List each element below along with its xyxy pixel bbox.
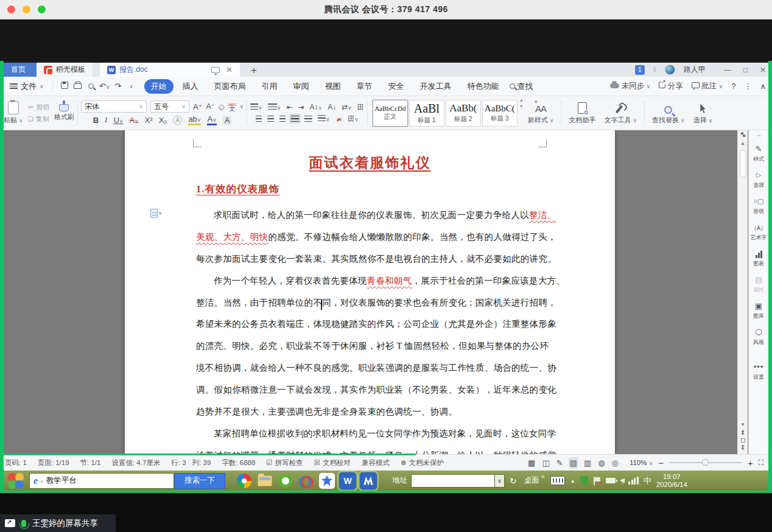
select-browse-object-icon[interactable] bbox=[738, 436, 748, 444]
char-shading-button[interactable]: A bbox=[223, 116, 232, 125]
scroll-up-icon[interactable]: ▲ bbox=[738, 139, 748, 147]
sort-button[interactable]: A↓ bbox=[328, 103, 336, 111]
sidebar-item-chart[interactable]: 图表 bbox=[753, 250, 765, 268]
increase-indent-button[interactable]: ⇥ bbox=[298, 103, 304, 111]
previous-page-icon[interactable]: ▲▲ bbox=[738, 429, 748, 436]
cut-button[interactable]: ✂ 剪切 bbox=[28, 103, 49, 112]
clear-format-button[interactable]: ◇ bbox=[219, 102, 225, 111]
spell-check-button[interactable]: ☑拼写检查 bbox=[266, 458, 303, 467]
keyboard-icon[interactable] bbox=[550, 476, 565, 485]
screen-share-toast[interactable]: 王雯婷的屏幕共享 bbox=[0, 514, 116, 532]
taskbar-search-input[interactable]: e ▴ 教学平台 bbox=[29, 473, 174, 489]
file-menu[interactable]: 文件 ∨ bbox=[6, 81, 47, 92]
align-center-button[interactable] bbox=[267, 116, 274, 122]
web-layout-icon[interactable]: ◍ bbox=[598, 458, 605, 467]
paste-options-button[interactable]: ▾ bbox=[150, 208, 166, 218]
show-marks-button[interactable]: ⇄∨ bbox=[342, 103, 352, 111]
highlight-button[interactable]: ab∨ bbox=[188, 114, 201, 125]
sidebar-item-wordart[interactable]: 🄐 艺术字 bbox=[749, 223, 768, 242]
underline-button[interactable]: U∨ bbox=[113, 116, 123, 125]
wps-taskbar-icon[interactable]: W bbox=[339, 472, 356, 489]
browser-360-icon[interactable] bbox=[236, 472, 253, 489]
decrease-indent-button[interactable]: ⇤ bbox=[286, 103, 292, 111]
menu-item[interactable]: 安全 bbox=[382, 79, 411, 94]
meeting-taskbar-icon[interactable] bbox=[360, 472, 377, 489]
menu-item[interactable]: 页面布局 bbox=[208, 79, 253, 94]
protection-status[interactable]: ⊗文档未保护 bbox=[401, 458, 444, 467]
sidebar-item-shapes[interactable]: ○▢ 形状 bbox=[753, 197, 765, 215]
volume-icon[interactable]: ) bbox=[620, 478, 623, 484]
justify-button[interactable] bbox=[291, 116, 299, 122]
sidebar-item-settings[interactable]: ••• 设置 bbox=[753, 363, 765, 381]
zoom-out-button[interactable]: − bbox=[658, 458, 664, 468]
menu-item[interactable]: 审阅 bbox=[287, 79, 316, 94]
document-page[interactable]: 面试衣着服饰礼仪 1.有效的仪表服饰 ▾ 求职面试时，给人的第一印象往往是你的仪… bbox=[125, 130, 615, 454]
text-direction-button[interactable]: A↕∨ bbox=[310, 103, 323, 111]
print-layout-icon[interactable]: ▤ bbox=[570, 458, 577, 467]
insert-table-icon[interactable]: 田 bbox=[357, 103, 364, 112]
start-logo-icon[interactable] bbox=[7, 472, 24, 489]
sidebar-item-select[interactable]: ▷ 选择 bbox=[753, 171, 765, 189]
hidden-icons-arrow[interactable]: ▲ bbox=[570, 478, 575, 484]
pinyin-guide-button[interactable]: wén 文 bbox=[228, 102, 236, 111]
refresh-icon[interactable]: ↻ bbox=[510, 476, 517, 486]
cast-icon[interactable] bbox=[211, 67, 220, 73]
numbered-list-button[interactable]: ∨ bbox=[268, 103, 281, 111]
action-center-flag-icon[interactable]: ✕ bbox=[593, 477, 601, 485]
strikethrough-button[interactable]: A∨ bbox=[129, 116, 138, 125]
tab-home[interactable]: 首页 bbox=[0, 63, 37, 77]
align-left-button[interactable] bbox=[256, 116, 262, 122]
sync-status-button[interactable]: 未同步 ∨ bbox=[610, 81, 650, 91]
border-button[interactable]: 田∨ bbox=[348, 114, 359, 124]
shading-button[interactable]: ∨ bbox=[335, 114, 343, 123]
enclose-char-button[interactable]: A bbox=[173, 116, 182, 125]
style-preset[interactable]: AaBl 标题 1 bbox=[409, 100, 444, 127]
find-replace-button[interactable]: 查找替换 ∨ bbox=[648, 98, 689, 128]
doc-assistant-button[interactable]: 文档助手 bbox=[564, 98, 600, 128]
write-mode-icon[interactable]: ✎ bbox=[556, 458, 563, 467]
comment-button[interactable]: 批注 ∨ bbox=[692, 81, 723, 91]
desktop-toolbar[interactable]: 桌面 » bbox=[524, 475, 545, 486]
collapse-ribbon-button[interactable]: ∧ bbox=[760, 82, 766, 91]
traffic-lights[interactable] bbox=[7, 5, 46, 13]
vertical-scrollbar[interactable]: ▀▄ ▲ ▼ ▲▲ ▼▼ bbox=[737, 130, 748, 454]
scrollbar-thumb[interactable] bbox=[740, 150, 746, 178]
help-button[interactable]: ? bbox=[731, 82, 735, 91]
text-tool-button[interactable]: 文字工具 ∨ bbox=[600, 98, 641, 128]
cloud-app-icon[interactable] bbox=[298, 472, 315, 489]
zoom-level[interactable]: 110% ∨ bbox=[630, 459, 653, 466]
style-preset[interactable]: AaBbCcDd 正文 bbox=[373, 100, 408, 127]
tab-close-icon[interactable]: ✕ bbox=[226, 65, 233, 74]
sidebar-grip[interactable]: ━ bbox=[757, 133, 760, 139]
wps-close-button[interactable]: ✕ bbox=[760, 66, 766, 74]
user-name[interactable]: 路人甲 bbox=[684, 65, 706, 75]
format-painter-button[interactable]: 格式刷 bbox=[54, 104, 74, 122]
security-shield-icon[interactable] bbox=[580, 476, 588, 485]
tab-document[interactable]: W 报告.doc ✕ bbox=[100, 63, 240, 77]
read-mode-icon[interactable]: ◫ bbox=[542, 458, 549, 467]
print-preview-button[interactable] bbox=[85, 82, 98, 91]
sidebar-item-theme[interactable]: ⬡ 风格 bbox=[753, 328, 765, 346]
bullet-list-button[interactable]: ∨ bbox=[250, 103, 262, 111]
address-input[interactable] bbox=[411, 474, 495, 488]
save-button[interactable] bbox=[58, 82, 71, 91]
redo-button[interactable]: ↷ bbox=[111, 82, 125, 91]
network-signal-icon[interactable] bbox=[628, 477, 639, 485]
new-tab-button[interactable]: + bbox=[251, 65, 257, 77]
paste-button[interactable]: 粘贴 ∨ bbox=[4, 101, 23, 125]
menu-item[interactable]: 引用 bbox=[255, 79, 284, 94]
select-tool-button[interactable]: 选择 ∨ bbox=[689, 98, 717, 128]
thunder-icon[interactable] bbox=[318, 472, 335, 489]
new-style-button[interactable]: AA 新样式 ∨ bbox=[524, 98, 558, 128]
bold-button[interactable]: B bbox=[93, 116, 99, 125]
menu-item[interactable]: 章节 bbox=[350, 79, 379, 94]
eye-protect-icon[interactable]: ◎ bbox=[612, 458, 619, 467]
menu-item[interactable]: 开始 bbox=[144, 79, 174, 94]
proofing-button[interactable]: ☒文档校对 bbox=[314, 458, 351, 467]
more-menu-button[interactable]: ⋮ bbox=[744, 82, 752, 91]
taskbar-clock[interactable]: 19:07 2020/6/14 bbox=[656, 473, 687, 489]
menu-find[interactable]: 查找 bbox=[510, 81, 533, 92]
menu-item[interactable]: 视图 bbox=[318, 79, 348, 94]
minimize-window-icon[interactable] bbox=[23, 5, 30, 13]
outline-view-icon[interactable]: ▥ bbox=[584, 458, 591, 467]
